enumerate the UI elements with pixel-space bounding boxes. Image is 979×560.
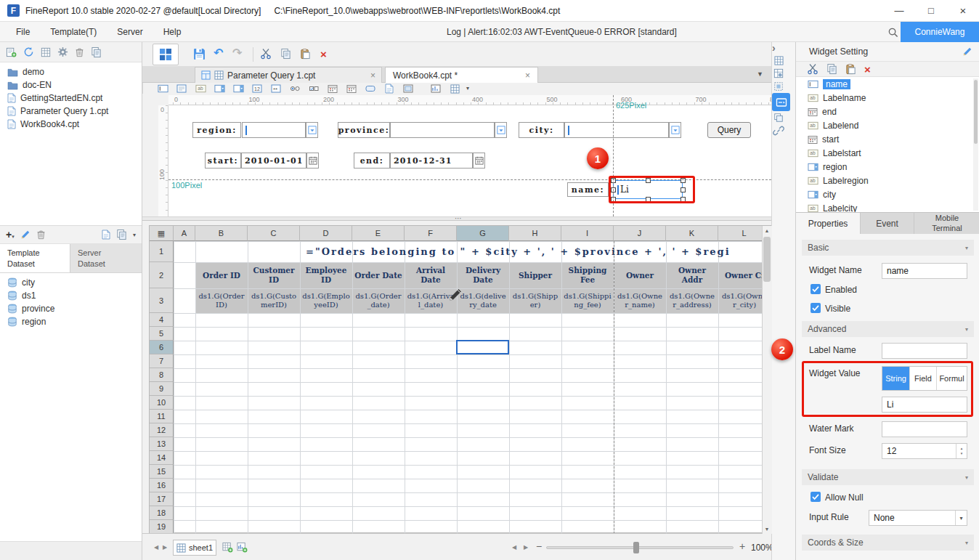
row-header-2[interactable]: 2 xyxy=(150,262,174,288)
section-basic[interactable]: Basic▾ xyxy=(802,240,974,256)
datetime-widget-button[interactable] xyxy=(343,83,360,94)
page-prev-icon[interactable]: ◀ xyxy=(512,544,516,551)
insert-chart-sheet-button[interactable] xyxy=(237,542,248,553)
form-widget-mode-button[interactable] xyxy=(153,44,179,65)
tab-workbook4[interactable]: WorkBook4.cpt * × xyxy=(385,67,538,83)
row-header-16[interactable]: 16 xyxy=(150,479,174,492)
view-mode-button[interactable] xyxy=(41,47,51,57)
condition-attributes-button[interactable] xyxy=(772,111,785,124)
row-header-5[interactable]: 5 xyxy=(150,327,174,341)
row-header-8[interactable]: 8 xyxy=(150,368,174,382)
section-advanced[interactable]: Advanced▾ xyxy=(802,321,974,337)
collapse-panel-button[interactable]: › xyxy=(772,42,782,54)
allow-null-checkbox[interactable] xyxy=(811,492,821,502)
formula-cell[interactable]: ds1.G(EmployeeID) xyxy=(300,288,352,313)
copy-template-button[interactable] xyxy=(91,46,102,58)
column-header-H[interactable]: H xyxy=(509,226,561,241)
column-header-G[interactable]: G xyxy=(457,226,509,241)
formula-cell[interactable]: ds1.G(OrderID) xyxy=(195,288,248,313)
column-title-cell[interactable]: Shipper xyxy=(509,262,561,288)
start-date-picker-button[interactable] xyxy=(306,153,319,169)
sheet-scroll-left-icon[interactable]: ◀ xyxy=(154,544,158,551)
widget-list-item[interactable]: end xyxy=(796,105,979,118)
tree-item[interactable]: Parameter Query 1.cpt xyxy=(0,105,142,118)
cell-element-button[interactable] xyxy=(772,54,785,67)
redo-button[interactable]: ↷ xyxy=(232,47,242,59)
row-header-12[interactable]: 12 xyxy=(150,423,174,437)
hyperlink-button[interactable] xyxy=(772,124,785,137)
iframe-widget-button[interactable] xyxy=(399,83,417,94)
widget-list-item[interactable]: region xyxy=(796,160,979,174)
end-date-picker-button[interactable] xyxy=(473,153,485,169)
row-header-3[interactable]: 3 xyxy=(150,288,174,313)
tab-list-button[interactable]: ▼ xyxy=(757,70,763,78)
column-title-cell[interactable]: Employee ID xyxy=(300,262,352,288)
save-button[interactable] xyxy=(193,48,206,60)
name-label-widget[interactable]: name: xyxy=(567,182,609,197)
cut-widget-button[interactable] xyxy=(807,63,818,75)
refresh-button[interactable] xyxy=(23,46,34,57)
report-block-widget-button[interactable] xyxy=(446,83,463,94)
button-widget-button[interactable] xyxy=(362,83,379,94)
text-area-widget-button[interactable] xyxy=(173,83,190,94)
tab-mobile-terminal[interactable]: Mobile Terminal xyxy=(914,213,979,234)
column-header-J[interactable]: J xyxy=(614,226,666,241)
font-size-stepper[interactable]: ▴▾ xyxy=(956,444,967,458)
start-date-input[interactable]: 2010-01-01 xyxy=(241,153,306,169)
tab-template-dataset[interactable]: Template Dataset xyxy=(0,244,70,272)
tree-item[interactable]: demo xyxy=(0,65,142,78)
widget-name-input[interactable]: name xyxy=(882,263,967,279)
menu-server[interactable]: Server xyxy=(107,22,153,42)
widget-list-item[interactable]: abLabelcity xyxy=(796,201,979,212)
zoom-slider-track[interactable] xyxy=(546,546,734,549)
edit-pencil-icon[interactable] xyxy=(962,46,972,57)
zoom-out-button[interactable]: − xyxy=(536,540,542,552)
row-header-7[interactable]: 7 xyxy=(150,354,174,368)
column-title-cell[interactable]: Owner Addr xyxy=(666,262,718,288)
row-header-11[interactable]: 11 xyxy=(150,410,174,423)
close-button[interactable]: × xyxy=(947,0,979,21)
tab-event[interactable]: Event xyxy=(860,213,914,234)
tree-item[interactable]: GettingStartedEN.cpt xyxy=(0,92,142,105)
paste-widget-button[interactable] xyxy=(845,63,856,75)
query-button[interactable]: Query xyxy=(707,122,751,138)
combo-box-widget-button[interactable] xyxy=(211,83,228,94)
region-label-widget[interactable]: region: xyxy=(192,122,241,138)
float-element-button[interactable] xyxy=(772,80,785,93)
column-title-cell[interactable]: Owner xyxy=(614,262,666,288)
region-input-widget[interactable] xyxy=(242,122,306,138)
dataset-item[interactable]: region xyxy=(0,315,142,328)
zoom-slider-thumb[interactable] xyxy=(633,542,639,553)
column-title-cell[interactable]: Delivery Date xyxy=(457,262,509,288)
report-title-cell[interactable]: ="Orders belonging to " + $city + ', ' +… xyxy=(195,241,771,262)
undo-button[interactable]: ↶ xyxy=(214,47,223,59)
sheet-scroll-right-icon[interactable]: ▶ xyxy=(163,544,167,551)
tree-item[interactable]: doc-EN xyxy=(0,78,142,92)
visible-checkbox[interactable] xyxy=(811,303,821,313)
row-header-9[interactable]: 9 xyxy=(150,382,174,396)
formula-cell[interactable]: ds1.G(Owner_name) xyxy=(614,288,666,313)
row-header-4[interactable]: 4 xyxy=(150,313,174,327)
column-header-F[interactable]: F xyxy=(405,226,457,241)
start-label-widget[interactable]: start: xyxy=(205,153,241,169)
row-header-1[interactable]: 1 xyxy=(150,241,174,262)
user-badge[interactable]: ConnieWang xyxy=(901,22,979,42)
formula-cell[interactable]: ds1.G(Shipping_fee) xyxy=(561,288,614,313)
column-title-cell[interactable]: Shipping Fee xyxy=(561,262,614,288)
menu-template[interactable]: Template(T) xyxy=(40,22,107,42)
radio-group-widget-button[interactable] xyxy=(286,83,304,94)
row-header-13[interactable]: 13 xyxy=(150,437,174,451)
water-mark-input[interactable] xyxy=(882,421,967,437)
label-name-input[interactable] xyxy=(882,343,967,359)
input-rule-select[interactable]: None ▾ xyxy=(869,510,967,526)
paste-button[interactable] xyxy=(300,48,311,60)
row-header-19[interactable]: 19 xyxy=(150,520,174,534)
widget-list-item[interactable]: start xyxy=(796,132,979,146)
checkbox-group-widget-button[interactable] xyxy=(305,83,322,94)
city-label-widget[interactable]: city: xyxy=(519,122,564,138)
new-template-button[interactable] xyxy=(6,46,17,57)
tab-properties[interactable]: Properties xyxy=(796,213,860,234)
enabled-checkbox[interactable] xyxy=(811,284,821,294)
formula-cell[interactable]: ds1.G(delivery_date xyxy=(457,288,509,313)
report-sheet-grid[interactable]: ▦ABCDEFGHIJKL123456789101112131415161718… xyxy=(149,225,771,533)
